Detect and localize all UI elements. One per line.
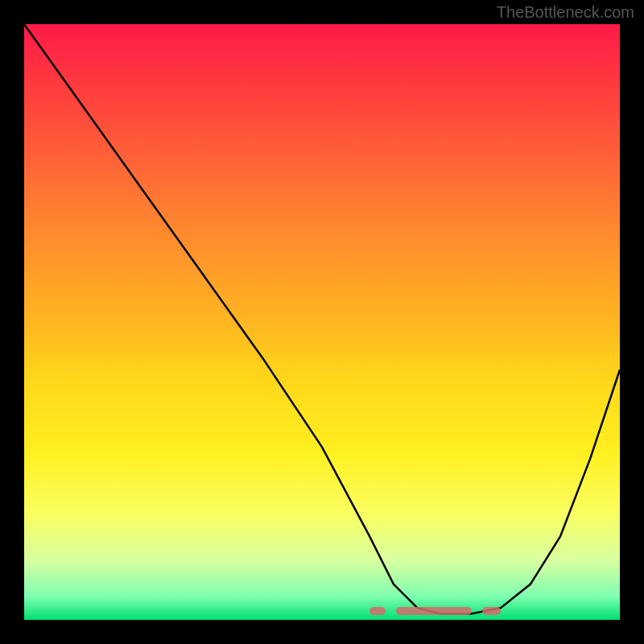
optimal-range-marker-right	[482, 607, 501, 615]
optimal-range-marker-left	[369, 607, 386, 615]
bottleneck-curve-svg	[24, 24, 620, 620]
optimal-range-marker-mid	[396, 607, 472, 615]
watermark-text: TheBottleneck.com	[497, 3, 634, 22]
plot-area	[24, 24, 620, 620]
bottleneck-curve-path	[24, 24, 620, 614]
